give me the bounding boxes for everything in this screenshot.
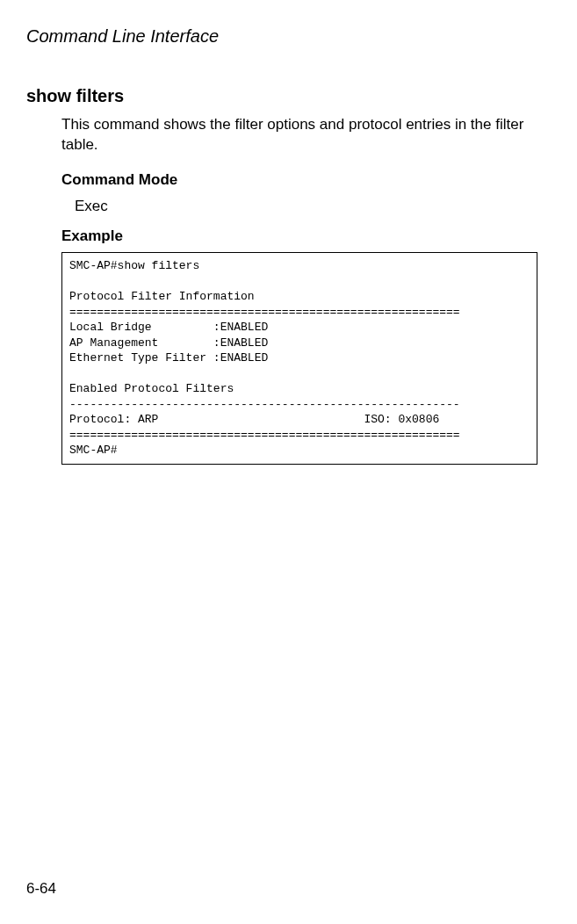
command-description: This command shows the filter options an… <box>61 115 533 155</box>
command-mode-label: Command Mode <box>61 171 542 189</box>
page-number: 6-64 <box>26 880 56 898</box>
code-example-box: SMC-AP#show filters Protocol Filter Info… <box>61 252 537 465</box>
command-mode-value: Exec <box>75 198 542 215</box>
page-header: Command Line Interface <box>26 26 542 47</box>
example-label: Example <box>61 227 542 245</box>
section-title: show filters <box>26 86 542 106</box>
